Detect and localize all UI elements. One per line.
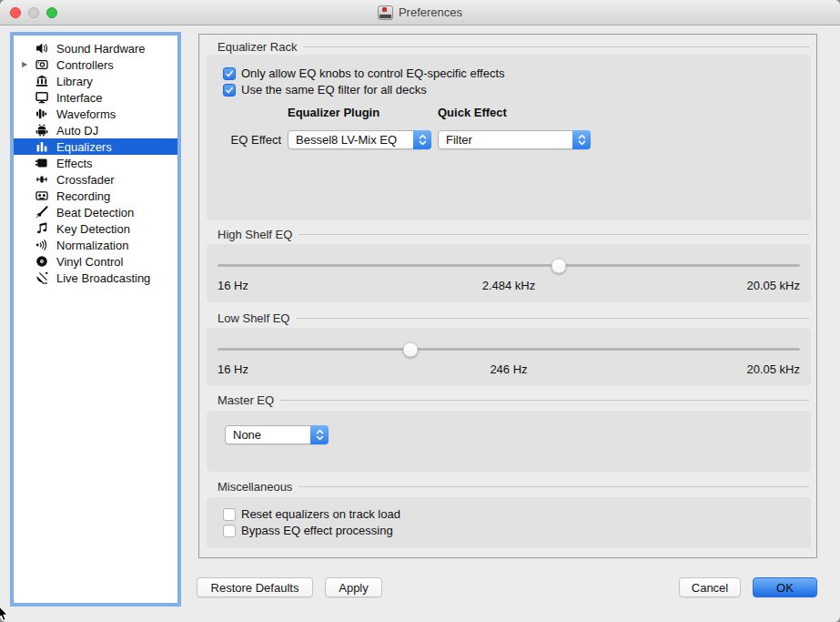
preferences-app-icon	[378, 5, 393, 20]
master-eq-select[interactable]: None	[225, 425, 329, 444]
sidebar-item-label: Normalization	[56, 239, 128, 252]
restore-defaults-button[interactable]: Restore Defaults	[197, 577, 313, 597]
low-shelf-group: 16 Hz 246 Hz 20.05 kHz	[207, 328, 811, 386]
bypass-eq-checkbox[interactable]	[223, 525, 236, 537]
disclosure-triangle-icon[interactable]: ▶	[22, 56, 35, 73]
updown-stepper-icon	[413, 130, 431, 149]
divider	[303, 46, 809, 47]
beat-icon	[35, 206, 56, 219]
sidebar-item-interface[interactable]: Interface	[14, 89, 177, 106]
same-filter-label: Use the same EQ filter for all decks	[241, 83, 427, 97]
effects-icon	[35, 157, 56, 169]
equalizers-pane: Equalizer Rack Only allow EQ knobs to co…	[198, 34, 817, 558]
sidebar-item-controllers[interactable]: ▶ Controllers	[14, 56, 177, 73]
sidebar-item-effects[interactable]: Effects	[14, 155, 177, 171]
controller-icon	[35, 58, 56, 71]
mouse-cursor	[0, 606, 10, 622]
checkbox-row: Only allow EQ knobs to control EQ-specif…	[223, 66, 505, 80]
sidebar-item-label: Beat Detection	[56, 206, 134, 219]
current-freq-label: 2.484 kHz	[218, 279, 800, 292]
group-title-text: Low Shelf EQ	[218, 311, 290, 325]
eq-plugin-select[interactable]: Bessel8 LV-Mix EQ	[288, 130, 431, 149]
same-filter-checkbox[interactable]	[223, 84, 236, 97]
preferences-window: Preferences Sound Hardware ▶ Controllers…	[0, 0, 840, 622]
sidebar-item-label: Effects	[56, 157, 93, 170]
sidebar-item-label: Waveforms	[56, 107, 116, 121]
current-freq-label: 246 Hz	[218, 362, 800, 376]
group-title-miscellaneous: Miscellaneous	[218, 479, 809, 494]
sidebar-item-label: Auto DJ	[56, 124, 98, 138]
high-shelf-slider[interactable]	[218, 255, 800, 277]
divider	[299, 234, 809, 235]
reset-equalizers-label: Reset equalizers on track load	[241, 507, 400, 521]
updown-stepper-icon	[310, 425, 329, 444]
divider	[297, 318, 810, 319]
updown-stepper-icon	[572, 130, 591, 149]
sidebar-item-key-detection[interactable]: Key Detection	[14, 220, 177, 237]
ok-button[interactable]: OK	[753, 577, 817, 597]
titlebar: Preferences	[0, 0, 840, 25]
slider-track[interactable]	[218, 264, 800, 267]
robot-icon	[35, 124, 56, 137]
waveform-icon	[35, 107, 56, 120]
title-area: Preferences	[0, 0, 840, 25]
master-eq-group: None	[207, 411, 811, 472]
sidebar-item-label: Live Broadcasting	[56, 271, 150, 285]
checkbox-row: Use the same EQ filter for all decks	[223, 83, 427, 97]
high-shelf-slider-handle[interactable]	[552, 258, 567, 273]
divider	[299, 486, 809, 487]
quick-effect-select[interactable]: Filter	[438, 130, 591, 149]
eq-plugin-value: Bessel8 LV-Mix EQ	[296, 131, 397, 148]
sidebar-item-normalization[interactable]: Normalization	[14, 237, 177, 253]
sidebar-item-waveforms[interactable]: Waveforms	[14, 106, 177, 122]
minimize-button[interactable]	[28, 7, 39, 18]
sidebar-item-auto-dj[interactable]: Auto DJ	[14, 122, 177, 138]
monitor-icon	[35, 91, 56, 104]
music-note-icon	[35, 222, 56, 235]
close-button[interactable]	[10, 7, 21, 18]
quick-effect-value: Filter	[446, 131, 472, 148]
eq-effect-label: EQ Effect	[207, 130, 281, 149]
low-shelf-slider-handle[interactable]	[402, 342, 418, 357]
vinyl-icon	[35, 255, 56, 268]
sidebar-item-equalizers[interactable]: Equalizers	[14, 138, 177, 155]
frequency-labels: 16 Hz 2.484 kHz 20.05 kHz	[218, 279, 800, 293]
master-eq-value: None	[233, 426, 261, 444]
sidebar-item-label: Crossfader	[56, 173, 115, 187]
equalizer-rack-group: Only allow EQ knobs to control EQ-specif…	[207, 55, 811, 220]
group-title-low-shelf: Low Shelf EQ	[218, 311, 809, 325]
sidebar-item-label: Controllers	[56, 58, 114, 72]
eq-knobs-label: Only allow EQ knobs to control EQ-specif…	[241, 66, 505, 80]
group-title-text: Equalizer Rack	[218, 40, 297, 54]
sidebar-item-sound-hardware[interactable]: Sound Hardware	[14, 40, 177, 56]
sidebar-item-label: Library	[56, 75, 93, 88]
crossfader-icon	[35, 173, 56, 186]
cancel-button[interactable]: Cancel	[679, 577, 741, 597]
reset-equalizers-checkbox[interactable]	[223, 508, 236, 521]
window-title: Preferences	[399, 5, 462, 19]
divider	[280, 400, 809, 401]
slider-track[interactable]	[218, 348, 800, 351]
eq-knobs-checkbox[interactable]	[223, 67, 236, 80]
sidebar-item-crossfader[interactable]: Crossfader	[14, 171, 177, 188]
sidebar-item-live-broadcasting[interactable]: Live Broadcasting	[14, 270, 177, 286]
sidebar-item-label: Key Detection	[56, 222, 130, 236]
preferences-sidebar: Sound Hardware ▶ Controllers Library Int…	[13, 35, 178, 604]
zoom-button[interactable]	[46, 7, 57, 18]
max-freq-label: 20.05 kHz	[746, 279, 800, 292]
apply-button[interactable]: Apply	[325, 577, 382, 597]
quick-effect-header: Quick Effect	[438, 106, 507, 119]
sidebar-item-beat-detection[interactable]: Beat Detection	[14, 204, 177, 220]
low-shelf-slider[interactable]	[218, 339, 800, 361]
satellite-icon	[35, 271, 56, 284]
frequency-labels: 16 Hz 246 Hz 20.05 kHz	[218, 362, 800, 377]
library-icon	[35, 75, 56, 87]
sidebar-item-recording[interactable]: Recording	[14, 188, 177, 204]
bypass-eq-label: Bypass EQ effect processing	[241, 524, 393, 537]
sidebar-list: Sound Hardware ▶ Controllers Library Int…	[14, 40, 177, 286]
soundwave-icon	[35, 239, 56, 251]
sidebar-item-library[interactable]: Library	[14, 73, 177, 89]
sidebar-item-label: Interface	[56, 91, 103, 105]
sidebar-item-vinyl-control[interactable]: Vinyl Control	[14, 253, 177, 270]
group-title-text: High Shelf EQ	[218, 228, 292, 241]
